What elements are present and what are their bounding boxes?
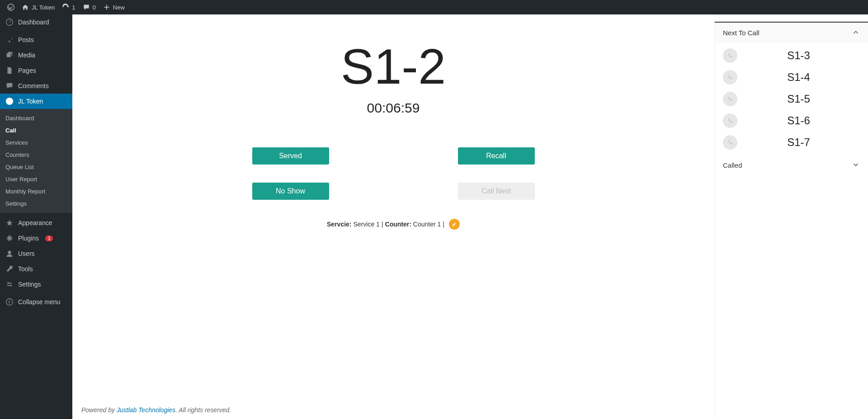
sidebar-item-users[interactable]: Users [0, 246, 72, 261]
sidebar-item-plugins[interactable]: Plugins1 [0, 231, 72, 246]
queue-token-number: S1-3 [737, 49, 860, 62]
recall-button[interactable]: Recall [458, 147, 535, 165]
queue-panel: QUEUE Next To Call S1-3 S1-4 S1-5 S1-6 S… [714, 0, 868, 419]
pin-icon [5, 36, 14, 44]
sidebar-item-dashboard[interactable]: Dashboard [0, 14, 72, 30]
sub-item-user-report[interactable]: User Report [0, 173, 72, 185]
service-label: Servcie: [327, 221, 351, 228]
phone-icon [726, 74, 734, 81]
queue-token-number: S1-7 [737, 136, 860, 149]
next-to-call-label: Next To Call [723, 29, 760, 37]
queue-item: S1-6 [715, 110, 868, 132]
call-next-button: Call Next [458, 183, 535, 200]
edit-service-counter-button[interactable] [449, 219, 460, 230]
service-counter-info: Servcie: Service 1 | Counter: Counter 1 … [327, 219, 460, 230]
pencil-icon [452, 221, 457, 227]
page-icon [5, 66, 14, 75]
sub-item-monthly-report[interactable]: Monthly Report [0, 185, 72, 198]
next-to-call-header[interactable]: Next To Call [715, 23, 868, 43]
elapsed-timer: 00:06:59 [367, 100, 420, 116]
sub-item-queue-list[interactable]: Queue List [0, 161, 72, 173]
counter-value: Counter 1 [413, 221, 441, 228]
jltoken-logo-icon [5, 97, 14, 105]
admin-sidebar: Dashboard Posts Media Pages Comments JL … [0, 14, 72, 419]
brush-icon [5, 219, 14, 227]
comment-icon [5, 82, 14, 90]
service-value: Service 1 [354, 221, 380, 228]
next-to-call-list: S1-3 S1-4 S1-5 S1-6 S1-7 [715, 43, 868, 155]
media-icon [5, 51, 14, 59]
sub-item-dashboard[interactable]: Dashboard [0, 112, 72, 124]
phone-icon [726, 139, 734, 146]
no-show-button[interactable]: No Show [252, 183, 329, 200]
queue-item: S1-5 [715, 88, 868, 110]
site-title: JL Token [32, 4, 55, 11]
user-icon [5, 250, 14, 258]
plugins-update-badge: 1 [45, 235, 53, 241]
sub-item-counters[interactable]: Counters [0, 149, 72, 161]
sidebar-item-appearance[interactable]: Appearance [0, 215, 72, 231]
sub-item-call[interactable]: Call [0, 124, 72, 137]
plugin-icon [5, 234, 14, 242]
footer-link[interactable]: Justlab Technologies [117, 406, 175, 414]
updates-link[interactable]: 1 [58, 0, 79, 14]
queue-token-number: S1-6 [737, 114, 860, 127]
chevron-up-icon [852, 28, 860, 38]
sidebar-item-posts[interactable]: Posts [0, 32, 72, 47]
updates-count: 1 [72, 4, 75, 11]
comments-count: 0 [93, 4, 96, 11]
phone-icon [726, 95, 734, 103]
queue-item: S1-3 [715, 45, 868, 66]
call-token-button[interactable] [723, 92, 737, 106]
wp-logo[interactable] [4, 0, 18, 14]
counter-label: Counter: [385, 221, 411, 228]
plus-icon [103, 4, 110, 11]
sliders-icon [5, 280, 14, 288]
sidebar-item-media[interactable]: Media [0, 47, 72, 63]
current-token-number: S1-2 [341, 42, 446, 91]
queue-item: S1-7 [715, 132, 868, 153]
sidebar-item-comments[interactable]: Comments [0, 78, 72, 94]
site-home-link[interactable]: JL Token [18, 0, 58, 14]
call-token-button[interactable] [723, 113, 737, 128]
sidebar-item-tools[interactable]: Tools [0, 261, 72, 277]
call-token-button[interactable] [723, 135, 737, 150]
sub-item-services[interactable]: Services [0, 137, 72, 149]
action-buttons: Served Recall No Show Call Next [252, 147, 535, 200]
call-token-button[interactable] [723, 70, 737, 85]
new-content-link[interactable]: New [99, 0, 128, 14]
comment-icon [83, 4, 90, 11]
wrench-icon [5, 265, 14, 273]
comments-link[interactable]: 0 [79, 0, 99, 14]
queue-token-number: S1-4 [737, 71, 860, 84]
footer-credits: Powered by Justlab Technologies. All rig… [81, 406, 231, 414]
sidebar-item-settings[interactable]: Settings [0, 277, 72, 292]
call-token-button[interactable] [723, 48, 737, 63]
sidebar-item-pages[interactable]: Pages [0, 63, 72, 78]
wordpress-icon [7, 4, 14, 11]
refresh-icon [62, 4, 69, 11]
jltoken-submenu: Dashboard Call Services Counters Queue L… [0, 109, 72, 213]
queue-item: S1-4 [715, 66, 868, 88]
collapse-menu-button[interactable]: Collapse menu [0, 294, 72, 310]
new-label: New [113, 4, 125, 11]
served-button[interactable]: Served [252, 147, 329, 165]
dashboard-icon [5, 18, 14, 26]
sidebar-item-jltoken[interactable]: JL Token [0, 94, 72, 109]
queue-token-number: S1-5 [737, 93, 860, 105]
called-header[interactable]: Called [715, 155, 868, 175]
home-icon [22, 4, 29, 11]
collapse-icon [5, 298, 14, 306]
called-label: Called [723, 161, 742, 169]
admin-toolbar: JL Token 1 0 New [0, 0, 868, 14]
chevron-down-icon [852, 160, 860, 170]
phone-icon [726, 52, 734, 59]
sub-item-settings[interactable]: Settings [0, 198, 72, 210]
phone-icon [726, 117, 734, 124]
